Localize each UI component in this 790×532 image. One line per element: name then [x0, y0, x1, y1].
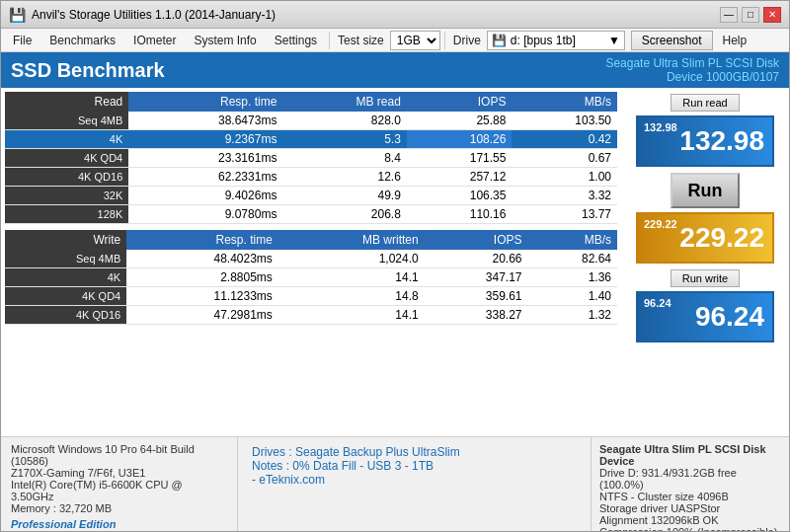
row-iops: 106.35 — [407, 187, 513, 205]
row-mbs: 0.42 — [512, 130, 617, 149]
row-iops: 110.16 — [407, 205, 513, 224]
maximize-button[interactable]: □ — [742, 7, 759, 23]
read-row-2: 4K QD4 23.3161ms 8.4 171.55 0.67 — [5, 149, 617, 168]
menu-iometer[interactable]: IOmeter — [125, 32, 184, 49]
write-row-1: 4K 2.8805ms 14.1 347.17 1.36 — [5, 268, 617, 287]
row-mb: 206.8 — [282, 205, 406, 224]
write-row-3: 4K QD16 47.2981ms 14.1 338.27 1.32 — [5, 306, 617, 325]
row-label: Seq 4MB — [5, 250, 126, 268]
row-mb: 14.1 — [278, 268, 425, 287]
write-header-resp: Resp. time — [126, 230, 278, 250]
row-mbs: 1.00 — [512, 168, 617, 187]
main-area: Read Resp. time MB read IOPS MB/s Seq 4M… — [1, 88, 789, 436]
sys-info-line: Microsoft Windows 10 Pro 64-bit Build (1… — [11, 443, 227, 467]
sys-info-line: Z170X-Gaming 7/F6f, U3E1 — [11, 467, 227, 479]
score-write-small: 96.24 — [644, 297, 672, 309]
write-row-2: 4K QD4 11.1233ms 14.8 359.61 1.40 — [5, 287, 617, 306]
ssd-title: SSD Benchmark — [11, 59, 165, 82]
row-resp: 11.1233ms — [126, 287, 278, 306]
row-mbs: 3.32 — [512, 187, 617, 205]
row-mbs: 13.77 — [512, 205, 617, 224]
menu-sysinfo[interactable]: System Info — [186, 32, 264, 49]
write-table: Write Resp. time MB written IOPS MB/s Se… — [5, 230, 617, 325]
row-label: 4K QD4 — [5, 287, 126, 306]
close-button[interactable]: ✕ — [763, 7, 781, 23]
row-label: 4K QD16 — [5, 306, 126, 325]
status-right: Seagate Ultra Slim PL SCSI Disk Device D… — [592, 437, 789, 532]
write-header-iops: IOPS — [425, 230, 528, 250]
read-row-1: 4K 9.2367ms 5.3 108.26 0.42 — [5, 130, 617, 149]
device-name: Seagate Ultra Slim PL SCSI Disk Device — [599, 443, 781, 467]
statusbar: Microsoft Windows 10 Pro 64-bit Build (1… — [1, 436, 789, 532]
row-iops: 20.66 — [425, 250, 528, 268]
pro-edition: Professional Edition — [11, 518, 227, 530]
status-left: Microsoft Windows 10 Pro 64-bit Build (1… — [1, 437, 238, 532]
score-read-small: 132.98 — [644, 121, 677, 133]
app-title: Anvil's Storage Utilities 1.1.0 (2014-Ja… — [32, 8, 276, 22]
row-mb: 828.0 — [282, 112, 406, 130]
menu-file[interactable]: File — [5, 32, 40, 49]
drive-select[interactable]: 💾 d: [bpus 1tb] ▼ — [487, 31, 625, 50]
row-label: 4K — [5, 268, 126, 287]
score-write-box: 96.24 96.24 — [636, 291, 774, 342]
row-resp: 2.8805ms — [126, 268, 278, 287]
device-detail-line: NTFS - Cluster size 4096B — [599, 491, 781, 502]
write-header-mb: MB written — [278, 230, 425, 250]
write-row-0: Seq 4MB 48.4023ms 1,024.0 20.66 82.64 — [5, 250, 617, 268]
screenshot-button[interactable]: Screenshot — [631, 31, 713, 50]
row-iops: 108.26 — [407, 130, 513, 149]
row-mbs: 82.64 — [528, 250, 617, 268]
menubar: File Benchmarks IOmeter System Info Sett… — [1, 29, 789, 52]
score-total-big: 229.22 — [679, 222, 764, 254]
status-center: Drives : Seagate Backup Plus UltraSlimNo… — [238, 437, 592, 532]
device-detail-line: Compression 100% (Incompressible) — [599, 526, 781, 532]
score-read-box: 132.98 132.98 — [636, 115, 774, 167]
device-detail-line: Alignment 132096kB OK — [599, 514, 781, 526]
row-iops: 359.61 — [425, 287, 528, 306]
row-mb: 8.4 — [282, 149, 406, 168]
titlebar: 💾 Anvil's Storage Utilities 1.1.0 (2014-… — [1, 1, 789, 29]
row-mb: 5.3 — [282, 130, 406, 149]
menu-benchmarks[interactable]: Benchmarks — [41, 32, 123, 49]
read-header-iops: IOPS — [407, 92, 513, 112]
read-header-label: Read — [5, 92, 128, 112]
device-line2: Device 1000GB/0107 — [605, 70, 779, 84]
read-row-3: 4K QD16 62.2331ms 12.6 257.12 1.00 — [5, 168, 617, 187]
device-detail-line: Drive D: 931.4/931.2GB free (100.0%) — [599, 467, 781, 491]
device-detail-line: Storage driver UASPStor — [599, 502, 781, 514]
run-button[interactable]: Run — [671, 173, 740, 208]
row-resp: 48.4023ms — [126, 250, 278, 268]
row-mb: 14.8 — [278, 287, 425, 306]
read-table: Read Resp. time MB read IOPS MB/s Seq 4M… — [5, 92, 617, 224]
menu-settings[interactable]: Settings — [267, 32, 325, 49]
read-header-resp: Resp. time — [128, 92, 282, 112]
run-read-button[interactable]: Run read — [671, 94, 740, 112]
row-resp: 23.3161ms — [128, 149, 282, 168]
ssd-banner: SSD Benchmark Seagate Ultra Slim PL SCSI… — [1, 52, 789, 88]
score-total-box: 229.22 229.22 — [636, 212, 774, 264]
run-write-button[interactable]: Run write — [671, 269, 740, 287]
row-label: 4K — [5, 130, 128, 149]
row-resp: 9.2367ms — [128, 130, 282, 149]
drive-value: d: [bpus 1tb] — [511, 34, 576, 47]
row-iops: 338.27 — [425, 306, 528, 325]
row-mb: 14.1 — [278, 306, 425, 325]
row-resp: 62.2331ms — [128, 168, 282, 187]
row-resp: 9.0780ms — [128, 205, 282, 224]
row-mb: 49.9 — [282, 187, 406, 205]
row-iops: 171.55 — [407, 149, 513, 168]
row-mbs: 0.67 — [512, 149, 617, 168]
row-label: 4K QD4 — [5, 149, 128, 168]
menu-separator-1 — [329, 32, 330, 49]
drive-label: Drive — [449, 32, 485, 49]
row-label: 32K — [5, 187, 128, 205]
drives-info-line: Notes : 0% Data Fill - USB 3 - 1TB — [252, 459, 577, 473]
read-header-mb: MB read — [282, 92, 406, 112]
minimize-button[interactable]: — — [720, 7, 738, 23]
row-iops: 25.88 — [407, 112, 513, 130]
menu-help[interactable]: Help — [715, 32, 755, 49]
testsize-select[interactable]: 1GB 4GB — [390, 31, 440, 50]
right-panel: Run read 132.98 132.98 Run 229.22 229.22… — [621, 88, 789, 436]
bench-area: Read Resp. time MB read IOPS MB/s Seq 4M… — [1, 88, 621, 436]
device-info: Seagate Ultra Slim PL SCSI Disk Device 1… — [605, 56, 779, 84]
